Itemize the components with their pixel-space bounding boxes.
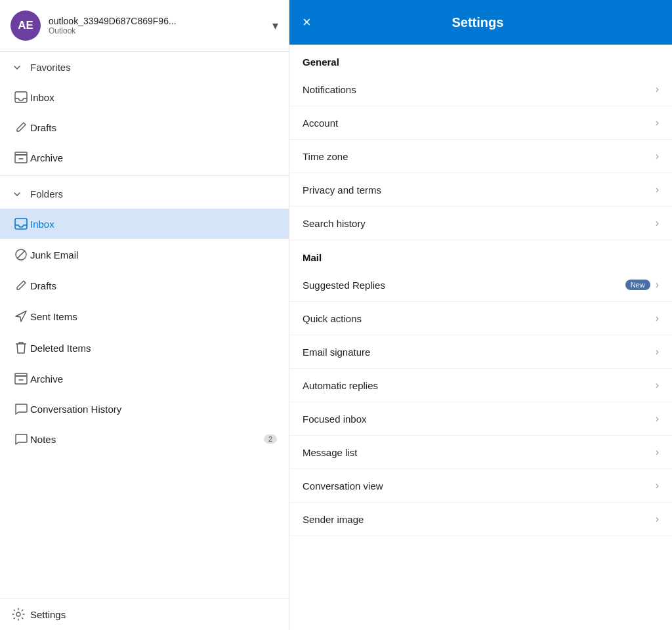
svg-rect-2	[15, 152, 27, 155]
chevron-right-icon: ›	[656, 513, 659, 525]
chevron-right-icon: ›	[656, 217, 659, 229]
inbox-folder-label: Inbox	[30, 219, 277, 230]
nav-item-inbox[interactable]: Inbox	[0, 209, 289, 239]
chevron-right-icon: ›	[656, 480, 659, 492]
nav-item-notes[interactable]: Notes 2	[0, 424, 289, 454]
archive-folder-icon	[12, 373, 30, 385]
nav-item-inbox-top[interactable]: Inbox	[0, 82, 289, 112]
account-chevron-icon[interactable]: ▾	[272, 18, 278, 33]
settings-item-quick-actions[interactable]: Quick actions ›	[289, 302, 672, 335]
drafts-top-label: Drafts	[30, 122, 277, 133]
avatar: AE	[10, 10, 41, 41]
settings-item-email-signature[interactable]: Email signature ›	[289, 335, 672, 369]
quick-actions-label: Quick actions	[303, 313, 656, 324]
conversation-view-label: Conversation view	[303, 480, 656, 492]
settings-item-focused-inbox[interactable]: Focused inbox ›	[289, 402, 672, 436]
settings-item-account[interactable]: Account ›	[289, 106, 672, 140]
email-signature-label: Email signature	[303, 346, 656, 358]
settings-item-privacy[interactable]: Privacy and terms ›	[289, 173, 672, 207]
automatic-replies-label: Automatic replies	[303, 380, 656, 391]
folders-group-header[interactable]: Folders	[0, 178, 289, 209]
chevron-right-icon: ›	[656, 150, 659, 162]
suggested-replies-badge: New	[625, 280, 650, 290]
conversation-folder-icon	[12, 403, 30, 415]
nav-item-sent[interactable]: Sent Items	[0, 301, 289, 332]
favorites-group-header[interactable]: Favorites	[0, 52, 289, 82]
nav-item-junk[interactable]: Junk Email	[0, 239, 289, 270]
nav-item-archive-top[interactable]: Archive	[0, 142, 289, 173]
account-label: Account	[303, 117, 656, 129]
chevron-right-icon: ›	[656, 279, 659, 291]
nav-item-archive[interactable]: Archive	[0, 364, 289, 394]
archive-icon	[12, 152, 30, 163]
left-panel: AE outlook_33949D687C869F96... Outlook ▾…	[0, 0, 289, 630]
settings-item-automatic-replies[interactable]: Automatic replies ›	[289, 369, 672, 402]
favorites-label: Favorites	[30, 62, 71, 73]
chevron-right-icon: ›	[656, 346, 659, 358]
edit-icon	[12, 121, 30, 133]
svg-point-7	[16, 612, 20, 616]
settings-item-timezone[interactable]: Time zone ›	[289, 140, 672, 173]
inbox-folder-icon	[12, 218, 30, 230]
archive-top-label: Archive	[30, 152, 277, 163]
focused-inbox-label: Focused inbox	[303, 413, 656, 425]
deleted-label: Deleted Items	[30, 343, 277, 354]
inbox-icon	[12, 91, 30, 103]
junk-icon	[12, 248, 30, 261]
sender-image-label: Sender image	[303, 514, 656, 525]
nav-item-conversation[interactable]: Conversation History	[0, 394, 289, 424]
chevron-right-icon: ›	[656, 184, 659, 196]
chevron-right-icon: ›	[656, 312, 659, 324]
nav-item-deleted[interactable]: Deleted Items	[0, 332, 289, 364]
settings-item-message-list[interactable]: Message list ›	[289, 436, 672, 469]
settings-item-conversation-view[interactable]: Conversation view ›	[289, 469, 672, 503]
junk-label: Junk Email	[30, 249, 277, 261]
privacy-label: Privacy and terms	[303, 184, 656, 196]
account-app: Outlook	[49, 26, 272, 35]
notes-folder-icon	[12, 433, 30, 445]
settings-nav-label: Settings	[30, 609, 66, 620]
account-email: outlook_33949D687C869F96...	[49, 16, 272, 26]
chevron-right-icon: ›	[656, 83, 659, 95]
drafts-icon	[12, 280, 30, 291]
notes-label: Notes	[30, 434, 264, 445]
chevron-right-icon: ›	[656, 379, 659, 391]
sent-label: Sent Items	[30, 311, 277, 322]
settings-nav-item[interactable]: Settings	[0, 598, 289, 630]
settings-item-sender-image[interactable]: Sender image ›	[289, 503, 672, 536]
message-list-label: Message list	[303, 447, 656, 458]
chevron-right-icon: ›	[656, 117, 659, 129]
account-info: outlook_33949D687C869F96... Outlook	[49, 16, 272, 35]
folders-label: Folders	[30, 188, 63, 200]
mail-section-label: Mail	[289, 240, 672, 268]
gear-icon	[12, 608, 30, 621]
settings-body: General Notifications › Account › Time z…	[289, 45, 672, 630]
inbox-top-label: Inbox	[30, 92, 277, 103]
notifications-label: Notifications	[303, 84, 656, 95]
settings-item-suggested-replies[interactable]: Suggested Replies New ›	[289, 268, 672, 302]
conversation-label: Conversation History	[30, 404, 277, 415]
nav-item-drafts-top[interactable]: Drafts	[0, 112, 289, 142]
settings-close-button[interactable]: ×	[303, 14, 311, 31]
svg-rect-6	[15, 373, 27, 376]
settings-item-notifications[interactable]: Notifications ›	[289, 73, 672, 106]
trash-icon	[12, 341, 30, 354]
nav-item-drafts[interactable]: Drafts	[0, 270, 289, 301]
settings-panel: × Settings General Notifications › Accou…	[289, 0, 672, 630]
chevron-down-icon	[12, 61, 30, 73]
settings-item-search-history[interactable]: Search history ›	[289, 207, 672, 240]
timezone-label: Time zone	[303, 151, 656, 162]
send-icon	[12, 310, 30, 323]
chevron-right-icon: ›	[656, 446, 659, 458]
archive-label: Archive	[30, 373, 277, 385]
account-header[interactable]: AE outlook_33949D687C869F96... Outlook ▾	[0, 0, 289, 52]
settings-header: × Settings	[289, 0, 672, 45]
notes-badge: 2	[264, 434, 277, 444]
search-history-label: Search history	[303, 218, 656, 229]
chevron-right-icon: ›	[656, 413, 659, 425]
general-section-label: General	[289, 45, 672, 73]
nav-section: Favorites Inbox Drafts	[0, 52, 289, 598]
suggested-replies-label: Suggested Replies	[303, 280, 625, 291]
folders-chevron-icon	[12, 188, 30, 200]
drafts-label: Drafts	[30, 280, 277, 291]
